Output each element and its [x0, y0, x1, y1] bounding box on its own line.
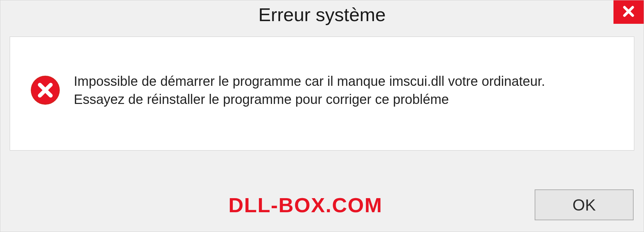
- dialog-title: Erreur système: [258, 4, 386, 25]
- watermark-text: DLL-BOX.COM: [0, 193, 382, 217]
- close-icon: [622, 4, 636, 20]
- close-button[interactable]: [613, 0, 644, 24]
- content-area: Impossible de démarrer le programme car …: [10, 37, 634, 151]
- title-bar: Erreur système: [0, 0, 644, 31]
- error-message: Impossible de démarrer le programme car …: [74, 72, 577, 108]
- error-dialog: Erreur système Impossible de démarrer le…: [0, 0, 644, 232]
- error-icon: [30, 75, 60, 105]
- footer-area: DLL-BOX.COM OK: [0, 178, 644, 232]
- ok-button[interactable]: OK: [535, 189, 634, 220]
